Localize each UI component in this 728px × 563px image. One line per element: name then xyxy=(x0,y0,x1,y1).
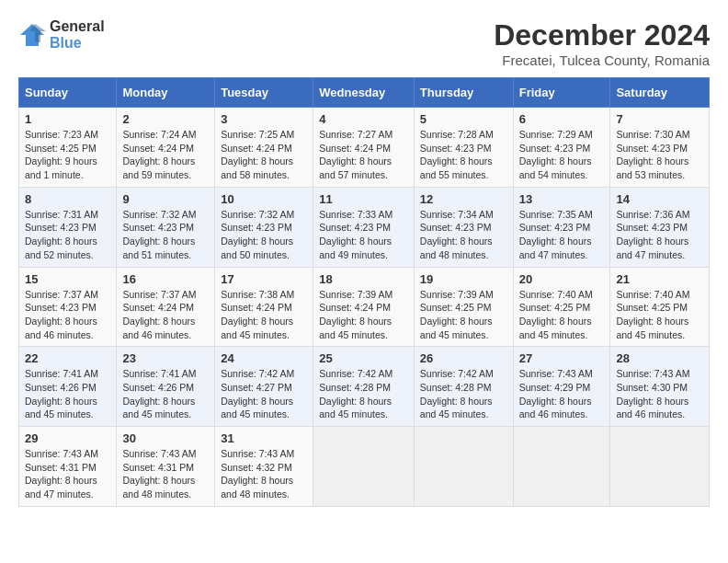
calendar-header-row: SundayMondayTuesdayWednesdayThursdayFrid… xyxy=(19,78,710,108)
calendar-cell: 29Sunrise: 7:43 AM Sunset: 4:31 PM Dayli… xyxy=(19,427,117,507)
calendar-table: SundayMondayTuesdayWednesdayThursdayFrid… xyxy=(18,77,710,507)
calendar-cell: 17Sunrise: 7:38 AM Sunset: 4:24 PM Dayli… xyxy=(215,267,313,347)
day-info: Sunrise: 7:41 AM Sunset: 4:26 PM Dayligh… xyxy=(25,367,110,421)
calendar-cell: 4Sunrise: 7:27 AM Sunset: 4:24 PM Daylig… xyxy=(313,108,415,188)
day-number: 29 xyxy=(25,431,110,445)
calendar-header-thursday: Thursday xyxy=(414,78,513,108)
day-info: Sunrise: 7:34 AM Sunset: 4:23 PM Dayligh… xyxy=(420,208,507,262)
calendar-cell: 24Sunrise: 7:42 AM Sunset: 4:27 PM Dayli… xyxy=(215,347,313,427)
calendar-cell xyxy=(610,427,710,507)
day-number: 12 xyxy=(420,192,507,206)
calendar-cell xyxy=(414,427,513,507)
day-number: 27 xyxy=(519,351,605,365)
title-section: December 2024 Frecatei, Tulcea County, R… xyxy=(494,18,710,68)
calendar-header-sunday: Sunday xyxy=(19,78,117,108)
day-info: Sunrise: 7:43 AM Sunset: 4:31 PM Dayligh… xyxy=(25,447,110,501)
calendar-cell: 20Sunrise: 7:40 AM Sunset: 4:25 PM Dayli… xyxy=(513,267,610,347)
day-number: 6 xyxy=(519,112,605,126)
calendar-cell: 2Sunrise: 7:24 AM Sunset: 4:24 PM Daylig… xyxy=(117,108,215,188)
calendar-cell: 18Sunrise: 7:39 AM Sunset: 4:24 PM Dayli… xyxy=(313,267,415,347)
day-number: 10 xyxy=(221,192,307,206)
calendar-cell: 21Sunrise: 7:40 AM Sunset: 4:25 PM Dayli… xyxy=(610,267,710,347)
day-info: Sunrise: 7:35 AM Sunset: 4:23 PM Dayligh… xyxy=(519,208,605,262)
calendar-cell: 15Sunrise: 7:37 AM Sunset: 4:23 PM Dayli… xyxy=(19,267,117,347)
day-info: Sunrise: 7:27 AM Sunset: 4:24 PM Dayligh… xyxy=(319,128,408,182)
day-info: Sunrise: 7:40 AM Sunset: 4:25 PM Dayligh… xyxy=(519,288,605,342)
day-number: 23 xyxy=(122,351,209,365)
day-info: Sunrise: 7:37 AM Sunset: 4:23 PM Dayligh… xyxy=(25,288,110,342)
calendar-week-row: 22Sunrise: 7:41 AM Sunset: 4:26 PM Dayli… xyxy=(19,347,710,427)
page-subtitle: Frecatei, Tulcea County, Romania xyxy=(494,52,710,68)
day-number: 30 xyxy=(122,431,209,445)
day-info: Sunrise: 7:36 AM Sunset: 4:23 PM Dayligh… xyxy=(616,208,703,262)
day-number: 14 xyxy=(616,192,703,206)
day-number: 24 xyxy=(221,351,307,365)
calendar-header-tuesday: Tuesday xyxy=(215,78,313,108)
calendar-cell: 3Sunrise: 7:25 AM Sunset: 4:24 PM Daylig… xyxy=(215,108,313,188)
calendar-header-wednesday: Wednesday xyxy=(313,78,415,108)
day-number: 31 xyxy=(221,431,307,445)
calendar-cell xyxy=(313,427,415,507)
day-info: Sunrise: 7:41 AM Sunset: 4:26 PM Dayligh… xyxy=(122,367,209,421)
calendar-cell: 28Sunrise: 7:43 AM Sunset: 4:30 PM Dayli… xyxy=(610,347,710,427)
calendar-cell: 14Sunrise: 7:36 AM Sunset: 4:23 PM Dayli… xyxy=(610,187,710,267)
calendar-cell: 22Sunrise: 7:41 AM Sunset: 4:26 PM Dayli… xyxy=(19,347,117,427)
logo-general: General xyxy=(50,18,105,35)
day-info: Sunrise: 7:42 AM Sunset: 4:28 PM Dayligh… xyxy=(319,367,408,421)
calendar-cell: 6Sunrise: 7:29 AM Sunset: 4:23 PM Daylig… xyxy=(513,108,610,188)
day-number: 11 xyxy=(319,192,408,206)
day-info: Sunrise: 7:24 AM Sunset: 4:24 PM Dayligh… xyxy=(122,128,209,182)
day-number: 21 xyxy=(616,272,703,286)
day-number: 3 xyxy=(221,112,307,126)
calendar-week-row: 15Sunrise: 7:37 AM Sunset: 4:23 PM Dayli… xyxy=(19,267,710,347)
calendar-cell: 19Sunrise: 7:39 AM Sunset: 4:25 PM Dayli… xyxy=(414,267,513,347)
calendar-cell: 8Sunrise: 7:31 AM Sunset: 4:23 PM Daylig… xyxy=(19,187,117,267)
calendar-cell: 1Sunrise: 7:23 AM Sunset: 4:25 PM Daylig… xyxy=(19,108,117,188)
calendar-cell: 25Sunrise: 7:42 AM Sunset: 4:28 PM Dayli… xyxy=(313,347,415,427)
day-info: Sunrise: 7:40 AM Sunset: 4:25 PM Dayligh… xyxy=(616,288,703,342)
calendar-week-row: 1Sunrise: 7:23 AM Sunset: 4:25 PM Daylig… xyxy=(19,108,710,188)
day-number: 2 xyxy=(122,112,209,126)
day-number: 9 xyxy=(122,192,209,206)
day-info: Sunrise: 7:37 AM Sunset: 4:24 PM Dayligh… xyxy=(122,288,209,342)
calendar-week-row: 29Sunrise: 7:43 AM Sunset: 4:31 PM Dayli… xyxy=(19,427,710,507)
calendar-week-row: 8Sunrise: 7:31 AM Sunset: 4:23 PM Daylig… xyxy=(19,187,710,267)
day-info: Sunrise: 7:32 AM Sunset: 4:23 PM Dayligh… xyxy=(122,208,209,262)
day-number: 8 xyxy=(25,192,110,206)
calendar-cell: 7Sunrise: 7:30 AM Sunset: 4:23 PM Daylig… xyxy=(610,108,710,188)
calendar-header-friday: Friday xyxy=(513,78,610,108)
day-number: 7 xyxy=(616,112,703,126)
page-header: General Blue December 2024 Frecatei, Tul… xyxy=(18,18,710,68)
day-number: 25 xyxy=(319,351,408,365)
day-info: Sunrise: 7:39 AM Sunset: 4:24 PM Dayligh… xyxy=(319,288,408,342)
day-info: Sunrise: 7:25 AM Sunset: 4:24 PM Dayligh… xyxy=(221,128,307,182)
calendar-cell: 11Sunrise: 7:33 AM Sunset: 4:23 PM Dayli… xyxy=(313,187,415,267)
calendar-header-monday: Monday xyxy=(117,78,215,108)
day-number: 17 xyxy=(221,272,307,286)
calendar-header-saturday: Saturday xyxy=(610,78,710,108)
calendar-cell: 9Sunrise: 7:32 AM Sunset: 4:23 PM Daylig… xyxy=(117,187,215,267)
day-number: 26 xyxy=(420,351,507,365)
calendar-cell: 31Sunrise: 7:43 AM Sunset: 4:32 PM Dayli… xyxy=(215,427,313,507)
calendar-cell: 10Sunrise: 7:32 AM Sunset: 4:23 PM Dayli… xyxy=(215,187,313,267)
day-number: 16 xyxy=(122,272,209,286)
day-info: Sunrise: 7:31 AM Sunset: 4:23 PM Dayligh… xyxy=(25,208,110,262)
calendar-cell: 30Sunrise: 7:43 AM Sunset: 4:31 PM Dayli… xyxy=(117,427,215,507)
day-number: 22 xyxy=(25,351,110,365)
day-number: 13 xyxy=(519,192,605,206)
svg-marker-0 xyxy=(20,24,44,46)
calendar-cell: 5Sunrise: 7:28 AM Sunset: 4:23 PM Daylig… xyxy=(414,108,513,188)
page-title: December 2024 xyxy=(494,18,710,52)
day-info: Sunrise: 7:29 AM Sunset: 4:23 PM Dayligh… xyxy=(519,128,605,182)
day-info: Sunrise: 7:38 AM Sunset: 4:24 PM Dayligh… xyxy=(221,288,307,342)
day-info: Sunrise: 7:43 AM Sunset: 4:30 PM Dayligh… xyxy=(616,367,703,421)
day-info: Sunrise: 7:23 AM Sunset: 4:25 PM Dayligh… xyxy=(25,128,110,182)
day-number: 28 xyxy=(616,351,703,365)
day-number: 5 xyxy=(420,112,507,126)
calendar-cell: 12Sunrise: 7:34 AM Sunset: 4:23 PM Dayli… xyxy=(414,187,513,267)
day-number: 19 xyxy=(420,272,507,286)
day-info: Sunrise: 7:43 AM Sunset: 4:32 PM Dayligh… xyxy=(221,447,307,501)
day-info: Sunrise: 7:42 AM Sunset: 4:27 PM Dayligh… xyxy=(221,367,307,421)
calendar-cell xyxy=(513,427,610,507)
day-info: Sunrise: 7:30 AM Sunset: 4:23 PM Dayligh… xyxy=(616,128,703,182)
